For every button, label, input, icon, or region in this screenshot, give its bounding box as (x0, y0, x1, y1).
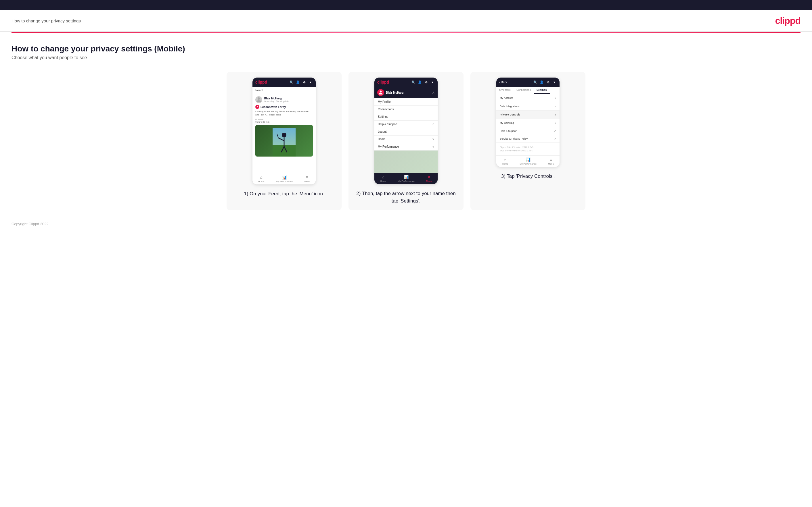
logo: clippd (775, 15, 801, 26)
feed-tab: Feed (252, 87, 316, 94)
phone-1-nav: clippd 🔍 👤 ⊕ ▾ (252, 77, 316, 87)
user-icon: 👤 (296, 80, 300, 84)
step-3-description: 3) Tap 'Privacy Controls'. (501, 173, 555, 180)
phone-3-nav-icons: 🔍 👤 ⊕ ▾ (533, 80, 557, 84)
bottom-nav-performance-label-3: My Performance (519, 163, 537, 165)
settings-icon-3: ⊕ (546, 80, 550, 84)
chart-icon-2: 📊 (404, 175, 409, 179)
phone-1-bottom-nav: ⌂ Home 📊 My Performance ≡ Menu (252, 173, 316, 184)
bottom-nav-home-label: Home (258, 180, 264, 183)
bottom-nav-menu-label: Menu (304, 180, 310, 183)
step-2-description: 2) Then, tap the arrow next to your name… (354, 190, 458, 205)
dropdown-icon: ▾ (308, 80, 313, 84)
chart-icon-3: 📊 (525, 157, 530, 162)
back-button[interactable]: ‹ Back (499, 81, 507, 84)
feed-post: Blair McHarg Yesterday · Sunningdale ✦ L… (252, 94, 316, 159)
menu-overlay: Blair McHarg ∧ My Profile Connections Se… (374, 87, 438, 151)
settings-list: My Account › Data Integrations › Privacy… (496, 94, 560, 143)
settings-label-serviceprivacy: Service & Privacy Policy (500, 137, 527, 140)
step-1-phone: clippd 🔍 👤 ⊕ ▾ Feed (252, 77, 316, 184)
user-icon-3: 👤 (540, 80, 544, 84)
performance-chevron: ∨ (432, 145, 434, 148)
arrow-icon-myaccount: › (555, 96, 556, 100)
bottom-nav-performance-label: My Performance (276, 180, 293, 183)
search-icon: 🔍 (289, 80, 294, 84)
bottom-nav-close[interactable]: ✕ Menu (426, 175, 432, 182)
svg-point-3 (282, 133, 287, 137)
phone-3-bottom-nav: ⌂ Home 📊 My Performance ≡ Menu (496, 155, 560, 167)
dropdown-icon-2: ▾ (430, 80, 435, 84)
settings-tabs: My Profile Connections Settings (496, 87, 560, 94)
arrow-icon-dataintegrations: › (555, 105, 556, 108)
bottom-nav-performance: 📊 My Performance (276, 175, 293, 183)
settings-label-helpsupport: Help & Support (500, 129, 517, 132)
step-3-card: ‹ Back 🔍 👤 ⊕ ▾ My Profile Connections Se… (470, 72, 586, 210)
menu-section-performance[interactable]: My Performance ∨ (374, 143, 438, 151)
search-icon-3: 🔍 (533, 80, 538, 84)
settings-item-dataintegrations[interactable]: Data Integrations › (496, 102, 560, 111)
bottom-nav-home-3: ⌂ Home (502, 157, 508, 165)
phone-1-nav-icons: 🔍 👤 ⊕ ▾ (289, 80, 313, 84)
menu-item-logout[interactable]: Logout (374, 128, 438, 135)
step-3-phone: ‹ Back 🔍 👤 ⊕ ▾ My Profile Connections Se… (496, 77, 560, 167)
settings-version: Clippd Client Version: 2022.8.3-3 SQL Se… (496, 143, 560, 155)
phone-2-bottom-nav: ⌂ Home 📊 My Performance ✕ Menu (374, 173, 438, 184)
home-icon: ⌂ (260, 175, 262, 179)
menu-user-row: Blair McHarg ∧ (374, 87, 438, 98)
phone-3-nav: ‹ Back 🔍 👤 ⊕ ▾ (496, 77, 560, 87)
feed-user: Blair McHarg Yesterday · Sunningdale (255, 96, 313, 103)
step-1-description: 1) On your Feed, tap the 'Menu' icon. (244, 190, 324, 198)
settings-label-privacycontrols: Privacy Controls (500, 113, 520, 116)
tab-settings[interactable]: Settings (534, 87, 550, 94)
copyright: Copyright Clippd 2022 (11, 222, 49, 226)
feed-user-name: Blair McHarg (264, 97, 289, 100)
golfer-silhouette (272, 128, 296, 157)
menu-items: My Profile Connections Settings Help & S… (374, 98, 438, 151)
tab-myprofile[interactable]: My Profile (496, 87, 513, 94)
settings-item-serviceprivacy[interactable]: Service & Privacy Policy ↗ (496, 135, 560, 143)
bottom-nav-home: ⌂ Home (258, 175, 264, 183)
menu-item-myprofile[interactable]: My Profile (374, 98, 438, 106)
user-icon-2: 👤 (417, 80, 422, 84)
menu-item-connections[interactable]: Connections (374, 106, 438, 113)
feed-duration: Duration01 hr : 30 min (255, 118, 313, 123)
menu-icon-3: ≡ (550, 157, 552, 162)
close-icon: ✕ (427, 175, 430, 179)
phone-2-nav-icons: 🔍 👤 ⊕ ▾ (411, 80, 435, 84)
menu-chevron-up: ∧ (432, 91, 435, 95)
bottom-nav-menu-3: ≡ Menu (548, 157, 554, 165)
home-icon-2: ⌂ (382, 175, 385, 179)
menu-icon: ≡ (306, 175, 308, 179)
menu-item-settings[interactable]: Settings (374, 113, 438, 121)
lesson-icon: ✦ (255, 105, 259, 109)
home-icon-3: ⌂ (504, 157, 506, 162)
svg-point-0 (258, 97, 260, 100)
bottom-nav-home-label-3: Home (502, 163, 508, 165)
feed-user-info: Blair McHarg Yesterday · Sunningdale (264, 97, 289, 103)
menu-section-home[interactable]: Home ∨ (374, 135, 438, 143)
home-chevron: ∨ (432, 137, 434, 141)
menu-item-helpsupport[interactable]: Help & Support ↗ (374, 121, 438, 128)
header: How to change your privacy settings clip… (0, 10, 812, 32)
dropdown-icon-3: ▾ (552, 80, 557, 84)
tab-connections[interactable]: Connections (513, 87, 534, 94)
step-1-card: clippd 🔍 👤 ⊕ ▾ Feed (226, 72, 342, 210)
feed-image (255, 125, 313, 157)
back-chevron: ‹ (499, 81, 500, 84)
bottom-nav-menu-label-3: Menu (548, 163, 554, 165)
search-icon-2: 🔍 (411, 80, 416, 84)
settings-label-mygolfbag: My Golf Bag (500, 121, 514, 124)
settings-item-myaccount[interactable]: My Account › (496, 94, 560, 102)
bottom-nav-performance-2: 📊 My Performance (398, 175, 415, 182)
bottom-nav-home-2: ⌂ Home (380, 175, 386, 182)
bottom-nav-performance-label-2: My Performance (398, 180, 415, 182)
settings-item-mygolfbag[interactable]: My Golf Bag › (496, 119, 560, 127)
settings-item-privacycontrols[interactable]: Privacy Controls › (496, 111, 560, 119)
settings-item-helpsupport[interactable]: Help & Support ↗ (496, 127, 560, 135)
phone-2-body: Blair McHarg ∧ My Profile Connections Se… (374, 87, 438, 173)
external-icon-help: ↗ (554, 129, 556, 132)
bottom-nav-home-label-2: Home (380, 180, 386, 182)
footer: Copyright Clippd 2022 (0, 216, 812, 232)
phone-1-body: Feed Blair McHarg Yesterday (252, 87, 316, 173)
arrow-icon-mygolfbag: › (555, 121, 556, 125)
